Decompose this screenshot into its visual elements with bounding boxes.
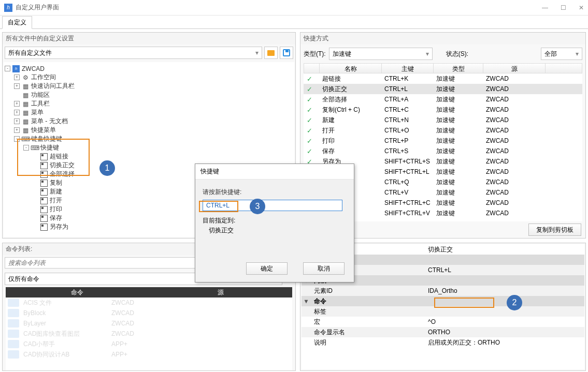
app-icon: h [12,65,20,72]
property-row[interactable]: 宏^O [302,317,584,327]
tree-label: 快捷键 [40,143,59,152]
shortcut-row[interactable]: ✓全部选择CTRL+A加速键ZWCAD [304,94,582,105]
row-type: 加速键 [433,177,483,188]
col-src[interactable]: 源 [483,64,546,73]
shortcut-dialog: 快捷键 请按新快捷键: 目前指定到: 切换正交 确定 取消 [195,163,354,282]
command-icon [8,299,19,307]
shortcut-row[interactable]: ✓打开CTRL+O加速键ZWCAD [304,125,582,136]
property-row[interactable]: 元素IDIDA_Ortho [302,286,584,296]
grid-icon [22,83,29,90]
property-category[interactable]: ▾命令 [302,296,584,306]
tree-label: 保存 [50,214,62,222]
maximize-icon[interactable]: ☐ [561,4,566,11]
tree-node[interactable]: -hZWCAD [5,64,293,73]
tree-toggle[interactable]: - [23,145,29,151]
assigned-to: 切换正交 [203,226,347,235]
minimize-icon[interactable]: — [542,4,548,11]
row-key: CTRL+N [381,115,433,125]
tree-node[interactable]: -键盘快捷键 [5,135,293,143]
shortcut-row[interactable]: ✓新建CTRL+N加速键ZWCAD [304,115,582,125]
tree-node[interactable]: +菜单 - 无文档 [5,117,293,126]
row-name: 新建 [319,115,381,126]
tree-node[interactable]: +快捷菜单 [5,126,293,135]
save-button[interactable] [280,47,293,59]
property-row[interactable]: 标签 [302,306,584,317]
copy-clipboard-button[interactable]: 复制到剪切板 [528,224,581,236]
state-label: 状态(S): [446,50,468,58]
command-table-body: ACIS 文件ZWCADByBlockZWCADByLayerZWCADCAD图… [6,297,292,360]
row-type: 加速键 [433,167,483,177]
tree-toggle[interactable]: - [14,136,20,142]
tree-toggle[interactable]: + [14,83,20,89]
tree-label: 打开 [50,196,62,205]
state-combo[interactable]: 全部 [541,48,582,60]
gear-icon: ⚙ [22,74,29,81]
tree-toggle[interactable]: + [14,101,20,107]
command-source: ZWCAD [111,299,134,306]
row-src: ZWCAD [483,95,545,104]
property-row[interactable]: 命令显示名ORTHO [302,327,584,337]
tree-toggle[interactable]: + [14,110,20,115]
command-row[interactable]: CAD图库快查看图层ZWCAD [6,329,292,339]
tree-label: 复制 [50,178,62,187]
sc-icon [40,224,48,231]
col-command[interactable]: 命令 [6,287,149,297]
sc-icon [40,215,48,222]
tree-label: 工具栏 [31,99,50,108]
tree-node[interactable]: 功能区 [5,91,293,99]
tree-node[interactable]: +菜单 [5,108,293,117]
tree-toggle[interactable]: + [14,127,20,133]
check-icon: ✓ [307,127,312,135]
tree-toggle[interactable]: + [14,75,20,80]
command-row[interactable]: CAD小帮手APP+ [6,339,292,349]
command-source: ZWCAD [111,320,134,327]
row-key: CTRL+S [381,146,433,156]
property-value[interactable]: CTRL+L [425,266,584,274]
row-key: CTRL+P [381,136,433,145]
property-value[interactable]: ORTHO [425,329,584,336]
shortcut-row[interactable]: ✓超链接CTRL+K加速键ZWCAD [304,73,582,84]
col-key[interactable]: 主键 [382,64,434,73]
command-row[interactable]: ByBlockZWCAD [6,308,292,318]
col-name[interactable]: 名称 [320,64,382,73]
close-icon[interactable]: ✕ [579,4,584,11]
tree-label: 快速访问工具栏 [31,82,75,91]
shortcut-row[interactable]: ✓切换正交CTRL+L加速键ZWCAD [304,84,582,94]
property-value[interactable]: 启用或关闭正交：ORTHO [425,338,584,347]
row-type: 加速键 [433,156,483,167]
grid-icon [22,127,29,134]
tree-node[interactable]: +快速访问工具栏 [5,82,293,91]
type-combo[interactable]: 加速键 [329,48,433,60]
tree-label: 键盘快捷键 [31,135,62,143]
row-src: ZWCAD [483,167,545,176]
col-source[interactable]: 源 [149,287,293,297]
property-row[interactable]: 说明启用或关闭正交：ORTHO [302,337,584,348]
property-value[interactable]: ^O [425,318,584,325]
command-row[interactable]: ACIS 文件ZWCAD [6,297,292,308]
row-type: 加速键 [433,105,483,115]
tree-node[interactable]: 超链接 [5,152,293,161]
shortcut-input[interactable] [203,200,342,211]
tree-node[interactable]: -快捷键 [5,143,293,152]
command-row[interactable]: CAD协同设计ABAPP+ [6,349,292,360]
open-folder-button[interactable] [264,47,278,59]
col-type[interactable]: 类型 [434,64,483,73]
shortcut-row[interactable]: ✓保存CTRL+S加速键ZWCAD [304,146,582,156]
command-row[interactable]: ByLayerZWCAD [6,318,292,329]
shortcut-row[interactable]: ✓复制(Ctrl + C)CTRL+C加速键ZWCAD [304,105,582,115]
tree-toggle[interactable]: - [5,66,10,71]
chevron-down-icon[interactable]: ▾ [302,297,311,305]
property-value[interactable]: 切换正交 [425,245,584,254]
cancel-button[interactable]: 取消 [303,262,345,275]
sc-icon [40,153,48,160]
type-label: 类型(T): [304,50,326,58]
property-value[interactable]: IDA_Ortho [425,287,584,294]
tree-node[interactable]: +⚙工作空间 [5,73,293,82]
shortcut-row[interactable]: ✓打印CTRL+P加速键ZWCAD [304,136,582,146]
customization-filter-combo[interactable]: 所有自定义文件 [5,47,262,59]
ok-button[interactable]: 确定 [246,262,288,275]
tree-node[interactable]: +工具栏 [5,99,293,108]
tab-customize[interactable]: 自定义 [2,16,32,29]
row-key: CTRL+V [381,188,433,197]
tree-toggle[interactable]: + [14,118,20,124]
